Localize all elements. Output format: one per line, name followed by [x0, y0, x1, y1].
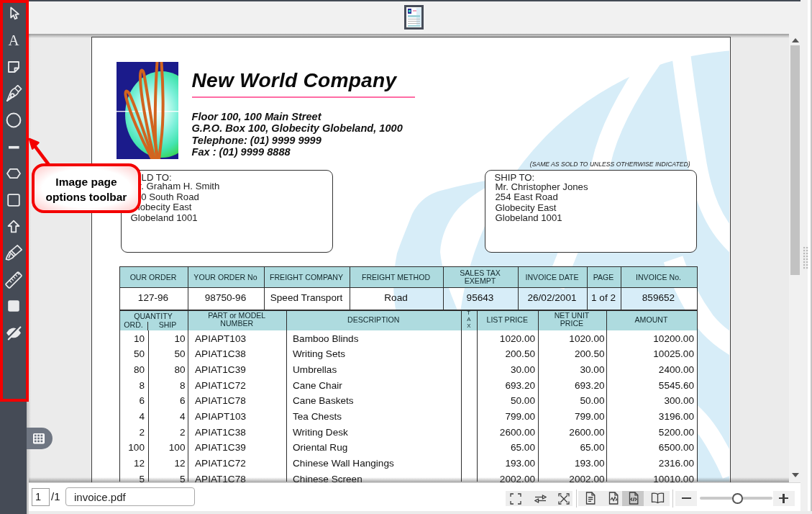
- svg-text:Image page: Image page: [55, 176, 117, 188]
- svg-text:options toolbar: options toolbar: [46, 191, 127, 203]
